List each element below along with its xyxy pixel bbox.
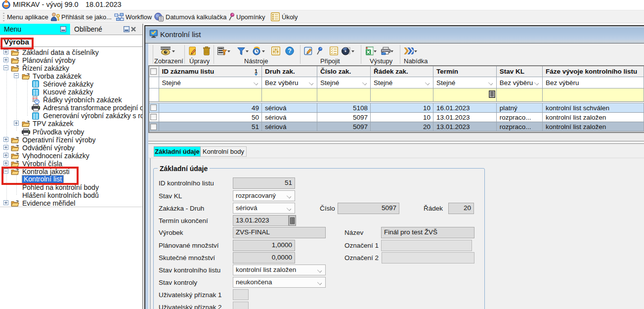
svg-text:?: ? bbox=[288, 47, 292, 54]
svg-text:1: 1 bbox=[255, 68, 258, 74]
